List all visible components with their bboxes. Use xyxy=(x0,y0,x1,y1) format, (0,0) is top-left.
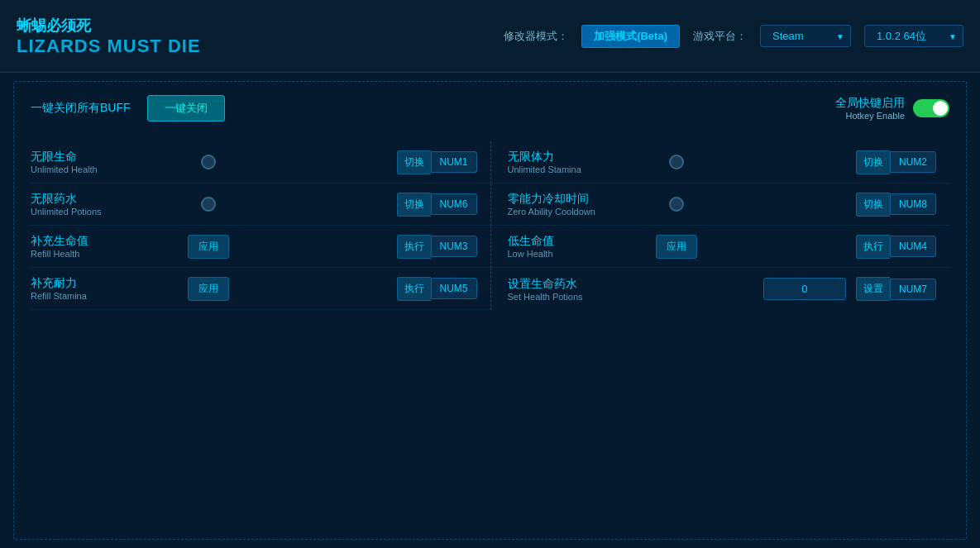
cheat-row-unlimited-health: 无限生命Unlimited Health切换NUM1 xyxy=(31,141,490,183)
hotkey-title-cn: 全局快键启用 xyxy=(835,96,905,111)
hotkey-type-low-health: 执行 xyxy=(856,235,890,259)
cheat-name-refill-stamina: 补充耐力Refill Stamina xyxy=(31,276,178,301)
cheat-name-cn-unlimited-stamina: 无限体力 xyxy=(508,150,660,164)
top-bar-left: 一键关闭所有BUFF 一键关闭 xyxy=(31,95,225,122)
cheat-name-en-set-health-potions: Set Health Potions xyxy=(508,292,753,302)
cheat-name-unlimited-potions: 无限药水Unlimited Potions xyxy=(31,192,191,217)
cheat-row-refill-health: 补充生命值Refill Health应用执行NUM3 xyxy=(31,226,490,268)
cheat-name-refill-health: 补充生命值Refill Health xyxy=(31,234,178,259)
toggle-unlimited-potions[interactable] xyxy=(201,197,216,212)
apply-btn-refill-health[interactable]: 应用 xyxy=(188,235,229,259)
cheat-name-en-refill-stamina: Refill Stamina xyxy=(31,291,178,301)
modifier-mode-label: 修改器模式： xyxy=(504,29,568,44)
hotkey-btn-zero-ability-cooldown[interactable]: 切换NUM8 xyxy=(856,193,936,217)
cheat-row-low-health: 低生命值Low Health应用执行NUM4 xyxy=(490,226,950,268)
platform-select[interactable]: Steam xyxy=(760,25,851,47)
hotkey-btn-unlimited-health[interactable]: 切换NUM1 xyxy=(397,150,477,174)
hotkey-info: 全局快键启用 Hotkey Enable xyxy=(835,96,905,121)
cheats-grid: 无限生命Unlimited Health切换NUM1无限体力Unlimited … xyxy=(31,141,949,310)
hotkey-type-refill-stamina: 执行 xyxy=(397,277,431,301)
hotkey-btn-set-health-potions[interactable]: 设置NUM7 xyxy=(856,277,936,301)
hotkey-toggle[interactable] xyxy=(913,99,949,117)
cheat-name-en-unlimited-potions: Unlimited Potions xyxy=(31,207,191,217)
hotkey-key-unlimited-stamina: NUM2 xyxy=(890,151,936,173)
cheat-row-unlimited-potions: 无限药水Unlimited Potions切换NUM6 xyxy=(31,183,490,226)
cheat-name-en-unlimited-stamina: Unlimited Stamina xyxy=(508,164,660,174)
cheat-name-en-refill-health: Refill Health xyxy=(31,249,178,259)
cheat-name-zero-ability-cooldown: 零能力冷却时间Zero Ability Cooldown xyxy=(508,192,660,217)
hotkey-key-unlimited-health: NUM1 xyxy=(431,151,477,173)
cheat-row-unlimited-stamina: 无限体力Unlimited Stamina切换NUM2 xyxy=(490,141,950,183)
cheat-row-set-health-potions: 设置生命药水Set Health Potions设置NUM7 xyxy=(490,268,950,310)
cheat-name-unlimited-stamina: 无限体力Unlimited Stamina xyxy=(508,150,660,174)
hotkey-type-unlimited-stamina: 切换 xyxy=(856,150,890,174)
hotkey-btn-refill-stamina[interactable]: 执行NUM5 xyxy=(397,277,477,301)
cheat-name-cn-unlimited-health: 无限生命 xyxy=(31,150,191,164)
cheat-name-en-low-health: Low Health xyxy=(508,249,647,259)
value-input-set-health-potions[interactable] xyxy=(763,278,846,300)
version-select-wrapper[interactable]: 1.0.2 64位 xyxy=(864,25,963,47)
hotkey-btn-low-health[interactable]: 执行NUM4 xyxy=(856,235,936,259)
main-content: 一键关闭所有BUFF 一键关闭 全局快键启用 Hotkey Enable 无限生… xyxy=(13,81,967,540)
hotkey-btn-refill-health[interactable]: 执行NUM3 xyxy=(397,235,477,259)
platform-label: 游戏平台： xyxy=(693,29,747,44)
cheat-name-low-health: 低生命值Low Health xyxy=(508,234,647,259)
hotkey-title-en: Hotkey Enable xyxy=(845,111,905,121)
game-title-cn: 蜥蜴必须死 xyxy=(17,16,201,36)
version-select[interactable]: 1.0.2 64位 xyxy=(864,25,963,47)
cheat-name-cn-zero-ability-cooldown: 零能力冷却时间 xyxy=(508,192,660,207)
header: 蜥蜴必须死 LIZARDS MUST DIE 修改器模式： 加强模式(Beta)… xyxy=(0,0,980,73)
cheat-name-cn-low-health: 低生命值 xyxy=(508,234,647,249)
toggle-zero-ability-cooldown[interactable] xyxy=(669,197,684,212)
header-right: 修改器模式： 加强模式(Beta) 游戏平台： Steam 1.0.2 64位 xyxy=(504,25,963,48)
one-click-label: 一键关闭所有BUFF xyxy=(31,101,131,116)
toggle-slider xyxy=(913,99,949,117)
top-bar: 一键关闭所有BUFF 一键关闭 全局快键启用 Hotkey Enable xyxy=(31,95,949,122)
cheat-row-refill-stamina: 补充耐力Refill Stamina应用执行NUM5 xyxy=(31,268,490,310)
hotkey-key-refill-health: NUM3 xyxy=(431,236,477,257)
cheat-name-cn-set-health-potions: 设置生命药水 xyxy=(508,277,753,292)
toggle-unlimited-health[interactable] xyxy=(201,155,216,169)
one-click-button[interactable]: 一键关闭 xyxy=(147,95,225,122)
cheat-name-cn-refill-stamina: 补充耐力 xyxy=(31,276,178,291)
hotkey-key-set-health-potions: NUM7 xyxy=(890,279,936,300)
cheat-row-zero-ability-cooldown: 零能力冷却时间Zero Ability Cooldown切换NUM8 xyxy=(490,183,950,226)
cheat-name-set-health-potions: 设置生命药水Set Health Potions xyxy=(508,277,753,302)
hotkey-type-refill-health: 执行 xyxy=(397,235,431,259)
hotkey-type-zero-ability-cooldown: 切换 xyxy=(856,193,890,217)
modifier-mode-badge: 加强模式(Beta) xyxy=(581,25,680,48)
hotkey-key-low-health: NUM4 xyxy=(890,236,936,257)
hotkey-btn-unlimited-potions[interactable]: 切换NUM6 xyxy=(397,193,477,217)
toggle-unlimited-stamina[interactable] xyxy=(669,155,684,169)
platform-select-wrapper[interactable]: Steam xyxy=(760,25,851,47)
hotkey-type-unlimited-potions: 切换 xyxy=(397,193,431,217)
app-container: 蜥蜴必须死 LIZARDS MUST DIE 修改器模式： 加强模式(Beta)… xyxy=(0,0,980,548)
game-title-en: LIZARDS MUST DIE xyxy=(17,36,201,57)
hotkey-key-unlimited-potions: NUM6 xyxy=(431,193,477,215)
cheat-name-cn-unlimited-potions: 无限药水 xyxy=(31,192,191,207)
hotkey-type-unlimited-health: 切换 xyxy=(397,150,431,174)
hotkey-key-zero-ability-cooldown: NUM8 xyxy=(890,193,936,215)
hotkey-type-set-health-potions: 设置 xyxy=(856,277,890,301)
hotkey-btn-unlimited-stamina[interactable]: 切换NUM2 xyxy=(856,150,936,174)
top-bar-right: 全局快键启用 Hotkey Enable xyxy=(835,96,949,121)
cheat-name-unlimited-health: 无限生命Unlimited Health xyxy=(31,150,191,174)
cheat-name-en-unlimited-health: Unlimited Health xyxy=(31,164,191,174)
apply-btn-low-health[interactable]: 应用 xyxy=(656,235,697,259)
cheat-name-cn-refill-health: 补充生命值 xyxy=(31,234,178,249)
hotkey-key-refill-stamina: NUM5 xyxy=(431,278,477,299)
apply-btn-refill-stamina[interactable]: 应用 xyxy=(188,277,229,301)
header-left: 蜥蜴必须死 LIZARDS MUST DIE xyxy=(17,16,201,57)
cheat-name-en-zero-ability-cooldown: Zero Ability Cooldown xyxy=(508,207,660,217)
